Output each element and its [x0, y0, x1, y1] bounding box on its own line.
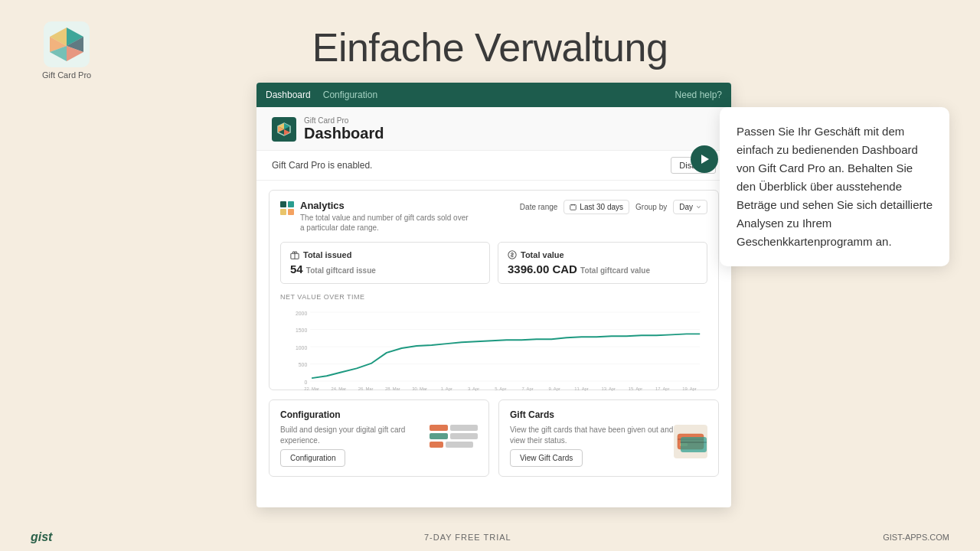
- svg-rect-13: [570, 205, 577, 210]
- gift-icon: [290, 250, 299, 259]
- bar-orange: [288, 209, 294, 215]
- svg-text:28. Mar: 28. Mar: [385, 386, 400, 391]
- configuration-card: Configuration Build and design your digi…: [269, 399, 489, 477]
- analytics-title-text: Analytics The total value and number of …: [300, 200, 469, 233]
- configuration-button[interactable]: Configuration: [280, 449, 345, 467]
- gift-cards-description: View the gift cards that have been given…: [510, 425, 674, 446]
- svg-text:7. Apr: 7. Apr: [521, 386, 533, 391]
- chart-svg-container: 2000 1500 1000 500 0 22. Mar 24. Mar 26.…: [280, 304, 707, 380]
- app-icon: [272, 117, 296, 142]
- dollar-icon: [508, 250, 517, 259]
- analytics-title: Analytics: [300, 200, 469, 211]
- svg-rect-50: [681, 442, 707, 443]
- calendar-icon: [570, 204, 577, 210]
- date-range-value: Last 30 days: [580, 203, 623, 211]
- bar-yellow: [280, 209, 286, 215]
- analytics-header: Analytics The total value and number of …: [280, 200, 707, 233]
- nav-dashboard[interactable]: Dashboard: [266, 90, 311, 100]
- svg-text:22. Mar: 22. Mar: [304, 386, 319, 391]
- enabled-bar: Gift Card Pro is enabled. Disable: [256, 151, 731, 181]
- footer: gist 7-DAY FREE TRIAL GIST-APPS.COM: [0, 523, 980, 551]
- callout-text: Passen Sie Ihr Geschäft mit dem einfach …: [737, 122, 933, 251]
- dashboard-app-name: Gift Card Pro: [304, 116, 384, 125]
- nav-configuration[interactable]: Configuration: [323, 90, 377, 100]
- svg-text:26. Mar: 26. Mar: [358, 386, 374, 391]
- top-navigation: Dashboard Configuration Need help?: [256, 83, 731, 107]
- svg-text:24. Mar: 24. Mar: [331, 386, 346, 391]
- callout-arrow: [691, 145, 718, 173]
- svg-marker-51: [701, 155, 709, 164]
- group-by-value: Day: [679, 203, 693, 211]
- svg-text:5. Apr: 5. Apr: [495, 386, 506, 391]
- total-value-card: Total value 3396.00 CAD Total giftcard v…: [498, 242, 707, 284]
- total-issued-value: 54 Total giftcard issue: [290, 262, 480, 276]
- svg-text:17. Apr: 17. Apr: [655, 386, 670, 391]
- total-issued-sub: Total giftcard issue: [306, 266, 376, 275]
- dashboard-title-area: Gift Card Pro Dashboard: [304, 116, 384, 142]
- logo-label: Gift Card Pro: [42, 70, 91, 80]
- bar-teal: [288, 201, 294, 207]
- dashboard-window: Dashboard Configuration Need help? Gift …: [256, 83, 731, 507]
- group-by-button[interactable]: Day: [673, 200, 707, 214]
- total-value-title: Total value: [508, 250, 697, 259]
- analytics-controls: Date range Last 30 days Group by Day: [520, 200, 707, 214]
- footer-domain: GIST-APPS.COM: [883, 533, 949, 542]
- svg-text:1. Apr: 1. Apr: [441, 386, 452, 391]
- gift-cards-text: View the gift cards that have been given…: [510, 425, 674, 467]
- gift-cards-title: Gift Cards: [510, 409, 707, 420]
- config-card-body: Build and design your digital gift card …: [280, 425, 478, 467]
- svg-rect-49: [681, 437, 707, 452]
- svg-text:9. Apr: 9. Apr: [549, 386, 560, 391]
- enabled-text: Gift Card Pro is enabled.: [272, 160, 372, 171]
- svg-text:30. Mar: 30. Mar: [412, 386, 427, 391]
- svg-text:13. Apr: 13. Apr: [601, 386, 616, 391]
- svg-text:500: 500: [299, 362, 308, 367]
- svg-text:15. Apr: 15. Apr: [629, 386, 643, 391]
- nav-items: Dashboard Configuration: [266, 90, 377, 100]
- need-help-link[interactable]: Need help?: [675, 90, 722, 100]
- bar-dark-green: [280, 201, 286, 207]
- config-stripes-icon: [430, 425, 478, 448]
- total-value-value: 3396.00 CAD Total giftcard value: [508, 262, 697, 276]
- callout-box: Passen Sie Ihr Geschäft mit dem einfach …: [720, 107, 949, 266]
- gift-cards-body: View the gift cards that have been given…: [510, 425, 707, 467]
- chevron-down-icon: [696, 204, 701, 210]
- date-range-button[interactable]: Last 30 days: [564, 200, 629, 214]
- svg-text:1500: 1500: [296, 328, 307, 333]
- config-card-title: Configuration: [280, 409, 478, 420]
- stats-row: Total issued 54 Total giftcard issue Tot…: [280, 242, 707, 284]
- view-gift-cards-button[interactable]: View Gift Cards: [510, 449, 583, 467]
- line-chart: 2000 1500 1000 500 0 22. Mar 24. Mar 26.…: [280, 304, 707, 392]
- analytics-colored-bars: [280, 201, 294, 215]
- analytics-description: The total value and number of gift cards…: [300, 213, 469, 233]
- date-range-label: Date range: [520, 203, 557, 211]
- bottom-cards: Configuration Build and design your digi…: [269, 399, 719, 477]
- page-heading: Einfache Verwaltung: [0, 24, 980, 70]
- footer-trial: 7-DAY FREE TRIAL: [424, 533, 511, 542]
- analytics-section: Analytics The total value and number of …: [269, 190, 719, 390]
- gift-cards-image: [674, 425, 707, 458]
- dashboard-title: Dashboard: [304, 125, 384, 142]
- total-issued-card: Total issued 54 Total giftcard issue: [280, 242, 490, 284]
- config-card-description: Build and design your digital gift card …: [280, 425, 430, 446]
- analytics-title-block: Analytics The total value and number of …: [280, 200, 469, 233]
- group-by-label: Group by: [635, 203, 667, 211]
- dashboard-header: Gift Card Pro Dashboard: [256, 107, 731, 151]
- svg-text:2000: 2000: [296, 311, 307, 316]
- svg-text:1000: 1000: [296, 345, 307, 350]
- chart-area: NET VALUE OVER TIME 2000 1500 1000 500 0: [280, 293, 707, 380]
- svg-text:11. Apr: 11. Apr: [574, 386, 589, 391]
- play-icon: [697, 152, 711, 166]
- gift-cards-card: Gift Cards View the gift cards that have…: [498, 399, 719, 477]
- svg-text:0: 0: [304, 380, 307, 385]
- footer-logo: gist: [31, 530, 52, 544]
- svg-text:3. Apr: 3. Apr: [468, 386, 479, 391]
- config-card-text: Build and design your digital gift card …: [280, 425, 430, 467]
- chart-label: NET VALUE OVER TIME: [280, 293, 707, 301]
- total-issued-title: Total issued: [290, 250, 480, 259]
- total-value-sub: Total giftcard value: [580, 266, 650, 275]
- svg-text:19. Apr: 19. Apr: [682, 386, 697, 391]
